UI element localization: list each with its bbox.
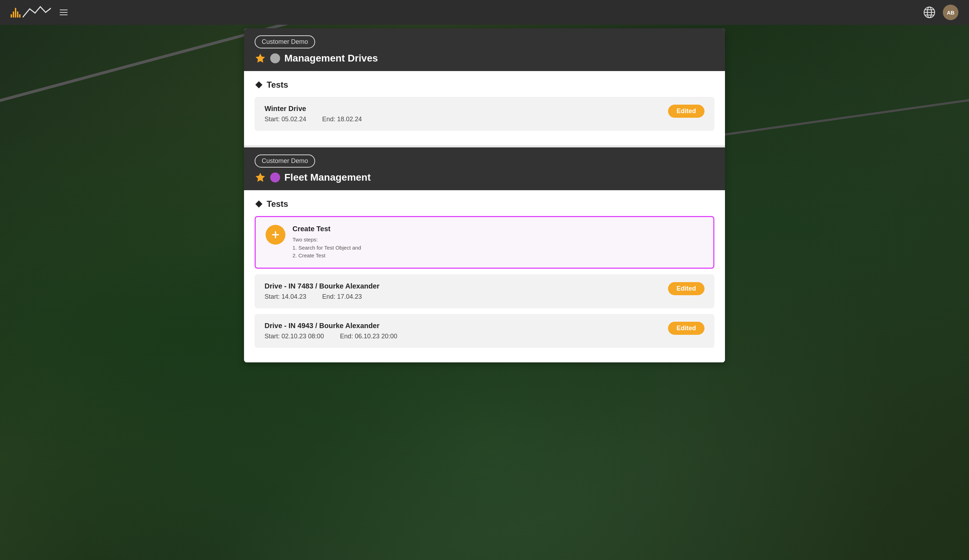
wave-bar-1 [11,14,12,18]
step-2: 2. Create Test [293,252,361,260]
create-test-name: Create Test [293,225,361,233]
test-dates-winter-drive: Start: 05.02.24 End: 18.02.24 [265,116,668,123]
create-test-info: Create Test Two steps: 1. Search for Tes… [293,225,361,260]
hamburger-button[interactable] [58,6,69,19]
start-date-7483: Start: 14.04.23 [265,293,306,300]
start-date-winter: Start: 05.02.24 [265,116,306,123]
test-card-drive-7483: Drive - IN 7483 / Bourke Alexander Start… [255,274,714,308]
test-name-drive-4943: Drive - IN 4943 / Bourke Alexander [265,322,668,330]
test-dates-drive-7483: Start: 14.04.23 End: 17.04.23 [265,293,668,301]
dot-purple-1 [270,173,280,183]
navbar-right: AB [923,5,958,20]
end-date-7483: End: 17.04.23 [322,293,362,300]
logo-waves [11,7,20,18]
start-date-4943: Start: 02.10.23 08:00 [265,333,324,340]
section-management-drives: Customer Demo Management Drives [244,28,725,145]
tests-header-2: Tests [255,199,714,209]
dot-gray-1 [270,53,280,63]
customer-badge-2[interactable]: Customer Demo [255,155,315,168]
edited-badge-winter-drive[interactable]: Edited [668,105,704,118]
test-name-winter-drive: Winter Drive [265,105,668,113]
section-header-1: Customer Demo Management Drives [244,28,725,71]
edited-badge-drive-4943[interactable]: Edited [668,322,704,335]
logo-peaks [23,6,51,19]
globe-icon[interactable] [923,6,936,19]
end-date-winter: End: 18.02.24 [322,116,362,123]
star-icon-2[interactable] [255,172,266,183]
main-content: Customer Demo Management Drives [0,25,969,560]
wave-bar-5 [19,14,20,18]
section-title-1: Management Drives [284,53,378,64]
test-dates-drive-4943: Start: 02.10.23 08:00 End: 06.10.23 20:0… [265,333,668,340]
test-card-drive-4943: Drive - IN 4943 / Bourke Alexander Start… [255,314,714,348]
hamburger-line-1 [60,10,68,10]
end-date-4943: End: 06.10.23 20:00 [340,333,397,340]
tests-title-2: Tests [266,199,288,209]
create-test-content: Create Test Two steps: 1. Search for Tes… [266,225,361,260]
logo-svg [23,6,51,19]
diamond-icon-1 [255,81,263,89]
navbar-left [11,6,69,19]
steps-label: Two steps: [293,236,361,244]
svg-marker-6 [256,173,265,182]
navbar: AB [0,0,969,25]
logo [11,6,51,19]
customer-badge-1[interactable]: Customer Demo [255,35,315,48]
test-name-drive-7483: Drive - IN 7483 / Bourke Alexander [265,282,668,290]
tests-header-1: Tests [255,80,714,90]
section-title-row-2: Fleet Management [255,172,714,183]
section-header-2: Customer Demo Fleet Management [244,148,725,190]
tests-section-1: Tests Winter Drive Start: 05.02.24 End: … [244,71,725,145]
content-panel: Customer Demo Management Drives [244,28,725,362]
svg-marker-5 [256,54,265,63]
edited-badge-drive-7483[interactable]: Edited [668,282,704,295]
star-icon-1[interactable] [255,53,266,64]
step-1: 1. Search for Test Object and [293,244,361,252]
wave-bar-3 [15,8,16,18]
section-fleet-management: Customer Demo Fleet Management Tests [244,148,725,362]
tests-section-2: Tests Create Test Two steps: [244,190,725,362]
plus-icon [271,230,280,240]
test-info-winter-drive: Winter Drive Start: 05.02.24 End: 18.02.… [265,105,668,123]
create-test-button[interactable] [266,225,285,245]
hamburger-line-2 [60,12,68,13]
section-title-row-1: Management Drives [255,53,714,64]
test-card-create-test[interactable]: Create Test Two steps: 1. Search for Tes… [255,216,714,269]
test-info-drive-4943: Drive - IN 4943 / Bourke Alexander Start… [265,322,668,340]
hamburger-line-3 [60,15,68,15]
diamond-icon-2 [255,200,263,208]
section-title-2: Fleet Management [284,172,371,183]
test-info-drive-7483: Drive - IN 7483 / Bourke Alexander Start… [265,282,668,301]
user-avatar[interactable]: AB [943,5,958,20]
tests-title-1: Tests [266,80,288,90]
create-test-steps: Two steps: 1. Search for Test Object and… [293,236,361,260]
wave-bar-2 [13,11,14,18]
wave-bar-4 [17,11,18,18]
test-card-winter-drive: Winter Drive Start: 05.02.24 End: 18.02.… [255,97,714,131]
